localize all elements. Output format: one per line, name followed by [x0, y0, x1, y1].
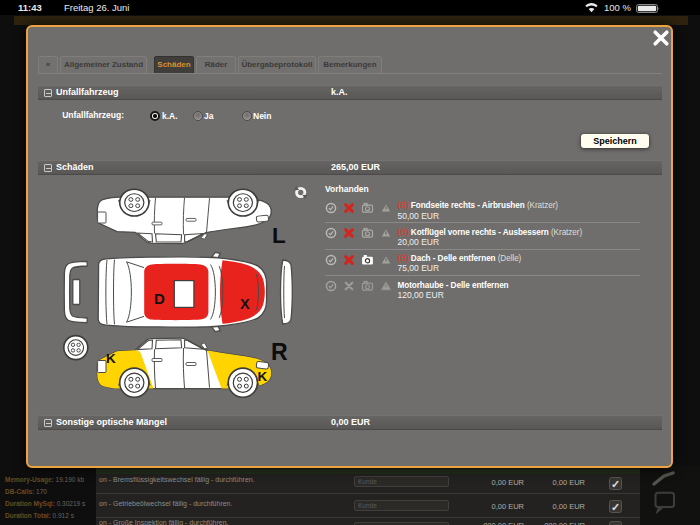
svg-text:L: L — [272, 223, 286, 248]
svg-text:R: R — [271, 339, 288, 365]
svg-text:X: X — [240, 296, 250, 312]
svg-text:K: K — [258, 369, 268, 384]
svg-text:K: K — [106, 351, 116, 366]
svg-text:D: D — [154, 290, 165, 307]
